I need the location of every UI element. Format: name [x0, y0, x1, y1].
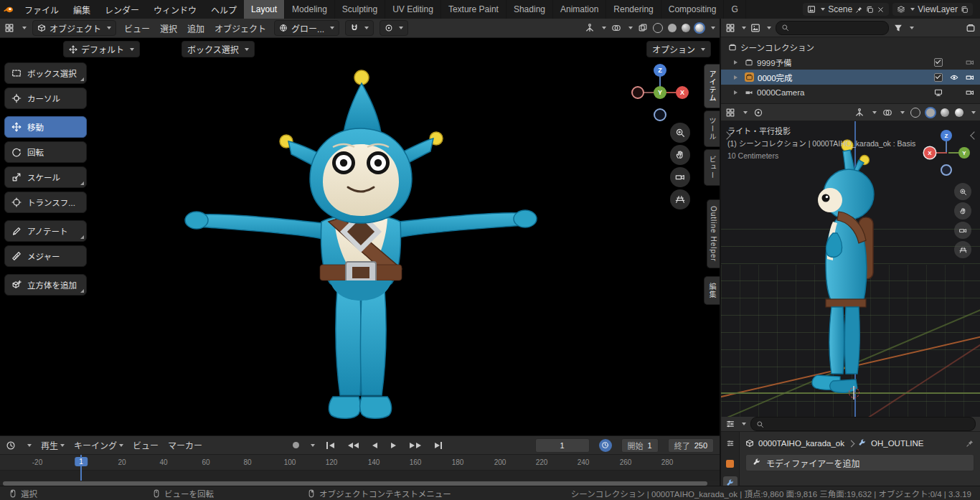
tab-item[interactable]: アイテム: [704, 64, 720, 108]
disable-render-icon[interactable]: [966, 58, 974, 67]
timeline-track[interactable]: -20 20 40 60 80 100 120 140 160 180 200 …: [0, 455, 720, 481]
current-frame-field[interactable]: 1: [535, 438, 590, 453]
outliner-row-scene-collection[interactable]: シーンコレクション: [721, 39, 980, 55]
character-front-render[interactable]: [169, 60, 542, 429]
exclude-checkbox[interactable]: [934, 73, 943, 82]
tool-move[interactable]: 移動: [4, 116, 87, 138]
viewport-canvas[interactable]: デフォルト ボックス選択 オプション ボックス選択 カーソル 移動 回転 スケー…: [0, 38, 720, 435]
tool-transform[interactable]: トランスフ...: [4, 192, 87, 213]
outliner-row-9999[interactable]: 9999予備: [721, 55, 980, 70]
exclude-checkbox[interactable]: [934, 58, 943, 67]
shading-solid-icon[interactable]: [668, 24, 677, 32]
menu-render[interactable]: レンダー: [98, 0, 146, 19]
xray-toggle-icon[interactable]: [638, 23, 648, 33]
menu-help[interactable]: ヘルプ: [204, 0, 244, 19]
pin-icon[interactable]: [966, 439, 974, 448]
workspace-tab-sculpting[interactable]: Sculpting: [335, 0, 385, 19]
pan-hand-button[interactable]: [670, 145, 690, 165]
tool-scale[interactable]: スケール: [4, 166, 87, 188]
pan-hand-button[interactable]: [954, 202, 971, 220]
next-keyframe-button[interactable]: [407, 442, 423, 449]
disclosure-triangle[interactable]: [734, 90, 738, 95]
outliner-row-0000-selected[interactable]: 0000完成: [721, 70, 980, 85]
disclosure-triangle[interactable]: [734, 60, 738, 65]
gizmo-z-axis[interactable]: Z: [654, 64, 666, 77]
disclosure-triangle[interactable]: [734, 75, 738, 80]
workspace-tab-compositing[interactable]: Compositing: [661, 0, 725, 19]
camera-view-button[interactable]: [670, 167, 690, 187]
workspace-tab-modeling[interactable]: Modeling: [285, 0, 335, 19]
frame-start-field[interactable]: 開始1: [621, 438, 659, 453]
secondary-viewport-canvas[interactable]: ライト・平行投影 (1) シーンコレクション | 0000TAIHO_karad…: [721, 121, 980, 417]
menu-edit[interactable]: 編集: [66, 0, 98, 19]
workspace-tab-texture-paint[interactable]: Texture Paint: [441, 0, 507, 19]
unlink-scene-icon[interactable]: [877, 6, 885, 14]
workspace-tab-uv-editing[interactable]: UV Editing: [385, 0, 441, 19]
filter-icon[interactable]: [893, 23, 903, 33]
menu-object[interactable]: オブジェクト: [212, 22, 268, 34]
tab-outline-helper[interactable]: Outline Helper: [707, 199, 720, 268]
shading-wireframe-icon[interactable]: [653, 23, 663, 33]
breadcrumb-modifier-name[interactable]: OH_OUTLINE: [871, 439, 924, 448]
region-expand-chevron-right[interactable]: [970, 131, 978, 139]
timeline-body[interactable]: [0, 471, 720, 481]
play-button[interactable]: [389, 442, 398, 449]
shading-solid-icon[interactable]: [926, 108, 935, 117]
jump-to-end-button[interactable]: [433, 441, 445, 450]
disable-render-icon[interactable]: [966, 73, 974, 82]
tool-measure[interactable]: メジャー: [4, 245, 87, 267]
outliner-search-input[interactable]: [776, 21, 889, 35]
outliner-editor-type-icon[interactable]: [725, 23, 735, 33]
outliner-display-mode-icon[interactable]: [750, 23, 760, 33]
tab-view[interactable]: ビュー: [704, 149, 720, 186]
perspective-toggle-button[interactable]: [954, 241, 971, 258]
menu-window[interactable]: ウィンドウ: [146, 0, 204, 19]
zoom-button[interactable]: [954, 183, 971, 200]
workspace-tab-truncated[interactable]: G: [724, 0, 745, 19]
workspace-tab-layout[interactable]: Layout: [244, 0, 285, 19]
outliner-row-camera[interactable]: 0000Camera: [721, 85, 980, 100]
timeline-ruler[interactable]: -20 20 40 60 80 100 120 140 160 180 200 …: [0, 455, 720, 471]
frame-end-field[interactable]: 終了250: [668, 438, 714, 453]
menu-add[interactable]: 追加: [185, 22, 207, 34]
pin-icon[interactable]: [855, 6, 863, 14]
prev-keyframe-button[interactable]: [346, 442, 362, 449]
shading-material-icon[interactable]: [682, 24, 690, 32]
tool-cursor[interactable]: カーソル: [4, 88, 87, 109]
shading-rendered-icon[interactable]: [695, 24, 704, 32]
workspace-tab-animation[interactable]: Animation: [553, 0, 606, 19]
use-preview-range-button[interactable]: [599, 439, 612, 452]
mode-icon[interactable]: [753, 108, 763, 118]
overlays-toggle-icon[interactable]: [611, 23, 621, 33]
gizmo-x-axis[interactable]: X: [924, 147, 936, 159]
tab-edit[interactable]: 編集: [704, 276, 720, 305]
workspace-tab-rendering[interactable]: Rendering: [606, 0, 661, 19]
zoom-button[interactable]: [670, 123, 690, 143]
blender-logo-icon[interactable]: [0, 4, 17, 14]
gizmo-negz-axis[interactable]: [941, 164, 952, 176]
options-dropdown[interactable]: オプション: [646, 41, 711, 57]
playhead-frame-label[interactable]: 1: [75, 457, 88, 466]
new-collection-icon[interactable]: [966, 23, 976, 33]
overlays-toggle-icon[interactable]: [882, 108, 892, 118]
shading-material-icon[interactable]: [941, 108, 949, 117]
menu-marker[interactable]: マーカー: [168, 439, 202, 451]
select-mode-dropdown[interactable]: ボックス選択: [182, 41, 255, 57]
new-viewlayer-icon[interactable]: [961, 6, 969, 14]
menu-keying[interactable]: キーイング: [74, 439, 123, 451]
proportional-edit-dropdown[interactable]: [380, 20, 408, 36]
tool-annotate[interactable]: アノテート: [4, 220, 87, 242]
breadcrumb-object-name[interactable]: 0000TAIHO_karada_ok: [758, 439, 844, 448]
camera-view-button[interactable]: [954, 222, 971, 239]
menu-playback[interactable]: 再生: [41, 439, 65, 451]
menu-view[interactable]: ビュー: [122, 22, 152, 34]
tool-box-select[interactable]: ボックス選択: [4, 62, 87, 84]
tab-tool-properties[interactable]: [723, 436, 738, 451]
play-reverse-button[interactable]: [370, 442, 380, 449]
tab-object-properties[interactable]: [723, 456, 738, 471]
menu-file[interactable]: ファイル: [17, 0, 66, 19]
scene-selector[interactable]: Scene: [803, 3, 889, 16]
new-scene-icon[interactable]: [866, 6, 874, 14]
snapping-dropdown[interactable]: [345, 20, 374, 36]
viewlayer-selector[interactable]: ViewLayer: [892, 3, 973, 16]
